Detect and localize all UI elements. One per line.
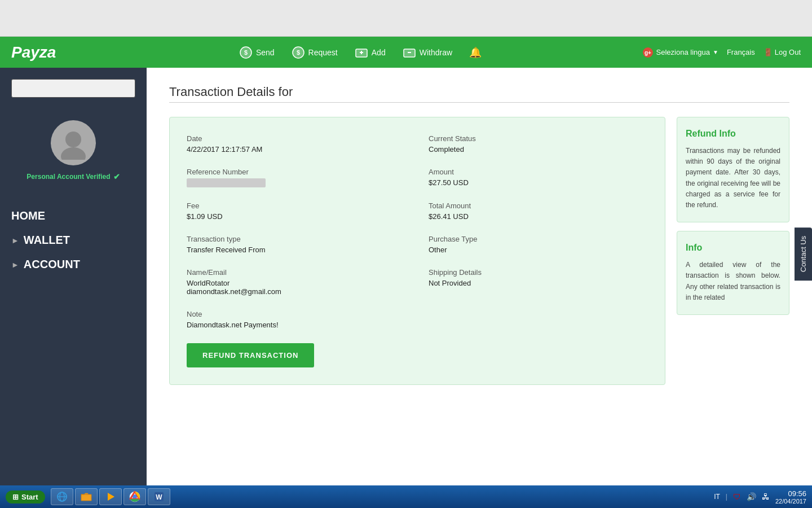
- navbar: Payza $ Send $ Request: [0, 37, 812, 68]
- windows-icon: ⊞: [12, 493, 19, 501]
- name-label: Name/Email: [187, 268, 406, 277]
- svg-marker-16: [108, 493, 114, 501]
- taskbar-media-icon[interactable]: [99, 488, 122, 505]
- nav-send-label: Send: [256, 48, 275, 57]
- detail-purchase: Purchase Type Other: [429, 235, 648, 254]
- taskbar-volume-icon[interactable]: 🔊: [747, 492, 756, 501]
- svg-text:W: W: [156, 493, 162, 501]
- verified-label: Personal Account Verified ✔: [27, 172, 120, 181]
- taskbar: ⊞ Start: [0, 485, 812, 508]
- contact-us-tab[interactable]: Contact Us: [795, 227, 812, 281]
- ref-label: Reference Number: [187, 168, 406, 176]
- svg-point-11: [65, 132, 81, 147]
- refund-info-title: Refund Info: [686, 129, 780, 139]
- sidebar-nav: HOME ► WALLET ► ACCOUNT: [0, 204, 147, 277]
- detail-total: Total Amount $26.41 USD: [429, 202, 648, 221]
- account-arrow-icon: ►: [11, 260, 19, 269]
- taskbar-separator: |: [726, 493, 727, 501]
- detail-fee: Fee $1.09 USD: [187, 202, 406, 221]
- sidebar-item-wallet[interactable]: ► WALLET: [11, 228, 135, 252]
- total-label: Total Amount: [429, 202, 648, 210]
- language-label[interactable]: Français: [727, 48, 755, 56]
- shipping-label: Shipping Details: [429, 268, 648, 277]
- taskbar-word-icon[interactable]: W: [148, 488, 170, 505]
- verified-text: Personal Account Verified: [27, 173, 110, 181]
- date-label: Date: [187, 134, 406, 143]
- amount-value: $27.50 USD: [429, 178, 648, 187]
- detail-shipping: Shipping Details Not Provided: [429, 268, 648, 296]
- svg-text:$: $: [297, 49, 300, 56]
- info-title: Info: [686, 243, 780, 253]
- taskbar-date: 22/04/2017: [775, 498, 806, 505]
- avatar-image: [56, 126, 90, 160]
- contact-us-label: Contact Us: [799, 236, 807, 272]
- ref-value: [187, 178, 266, 187]
- transaction-card: Date 4/22/2017 12:17:57 AM Current Statu…: [169, 117, 665, 385]
- start-button[interactable]: ⊞ Start: [6, 491, 45, 503]
- main-layout: Personal Account Verified ✔ HOME ► WALLE…: [0, 68, 812, 485]
- nav-add-label: Add: [372, 48, 386, 57]
- brand-logo[interactable]: Payza: [11, 43, 56, 62]
- search-input[interactable]: [11, 79, 135, 98]
- withdraw-icon: [403, 46, 416, 59]
- nav-withdraw[interactable]: Withdraw: [403, 46, 452, 59]
- nav-send[interactable]: $ Send: [239, 46, 275, 59]
- word-icon: W: [153, 491, 165, 502]
- sidebar-account-label: ACCOUNT: [24, 258, 80, 271]
- ie-icon: [56, 491, 68, 502]
- detail-status: Current Status Completed: [429, 134, 648, 154]
- detail-name: Name/Email WorldRotator diamondtask.net@…: [187, 268, 406, 296]
- svg-point-12: [61, 147, 86, 160]
- nav-request[interactable]: $ Request: [292, 46, 338, 59]
- taskbar-folder-icon[interactable]: [75, 488, 98, 505]
- note-value: Diamondtask.net Payments!: [187, 321, 406, 329]
- transaction-layout: Date 4/22/2017 12:17:57 AM Current Statu…: [169, 117, 789, 385]
- taskbar-language: IT: [714, 493, 720, 501]
- taskbar-chrome-icon[interactable]: [123, 488, 146, 505]
- browser-bar: [0, 0, 812, 37]
- nav-add[interactable]: Add: [355, 46, 386, 59]
- sidebar-item-account[interactable]: ► ACCOUNT: [11, 252, 135, 277]
- add-icon: [355, 46, 368, 59]
- language-selector[interactable]: g+ Seleziona lingua ▼: [642, 47, 718, 58]
- title-divider: [169, 102, 789, 103]
- taskbar-clock: 09:56 22/04/2017: [775, 489, 806, 505]
- detail-grid: Date 4/22/2017 12:17:57 AM Current Statu…: [187, 134, 648, 329]
- email-value: diamondtask.net@gmail.com: [187, 287, 406, 296]
- detail-reference: Reference Number: [187, 168, 406, 187]
- taskbar-antivirus-icon: 🛡: [733, 492, 741, 501]
- page-title: Transaction Details for: [169, 85, 789, 99]
- refund-info-panel: Refund Info Transactions may be refunded…: [677, 117, 789, 222]
- svg-text:$: $: [244, 49, 248, 56]
- taskbar-right: IT | 🛡 🔊 🖧 09:56 22/04/2017: [714, 489, 806, 505]
- taskbar-time: 09:56: [775, 489, 806, 498]
- logout-button[interactable]: 🚪 Log Out: [764, 48, 801, 56]
- request-icon: $: [292, 46, 305, 59]
- wallet-arrow-icon: ►: [11, 236, 19, 245]
- detail-amount: Amount $27.50 USD: [429, 168, 648, 187]
- refund-transaction-button[interactable]: REFUND TRANSACTION: [187, 343, 314, 367]
- amount-label: Amount: [429, 168, 648, 176]
- nav-links: $ Send $ Request Add: [78, 46, 642, 59]
- type-value: Transfer Received From: [187, 246, 406, 254]
- nav-right: g+ Seleziona lingua ▼ Français 🚪 Log Out: [642, 47, 801, 58]
- detail-type: Transaction type Transfer Received From: [187, 235, 406, 254]
- sidebar-item-home[interactable]: HOME: [11, 204, 135, 228]
- sidebar-wallet-label: WALLET: [24, 234, 70, 247]
- logout-label: Log Out: [775, 48, 801, 56]
- start-label: Start: [21, 493, 38, 501]
- sidebar: Personal Account Verified ✔ HOME ► WALLE…: [0, 68, 147, 485]
- bell-icon[interactable]: 🔔: [469, 46, 482, 59]
- total-value: $26.41 USD: [429, 212, 648, 221]
- verified-icon: ✔: [113, 172, 120, 181]
- language-selector-label: Seleziona lingua: [656, 48, 710, 56]
- media-icon: [105, 491, 116, 502]
- sidebar-search-container: [11, 79, 135, 98]
- taskbar-ie-icon[interactable]: [51, 488, 73, 505]
- google-plus-icon: g+: [642, 47, 654, 58]
- purchase-value: Other: [429, 246, 648, 254]
- status-value: Completed: [429, 145, 648, 154]
- avatar: [51, 120, 96, 165]
- sidebar-home-label: HOME: [11, 209, 45, 222]
- fee-value: $1.09 USD: [187, 212, 406, 221]
